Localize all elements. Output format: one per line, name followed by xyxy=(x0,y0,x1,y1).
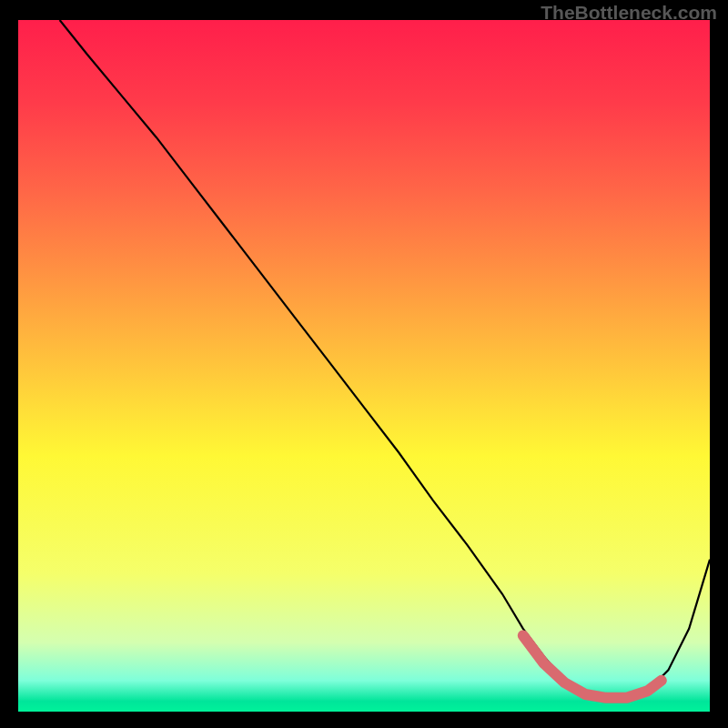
chart-background xyxy=(18,20,710,712)
bottleneck-chart xyxy=(18,20,710,712)
watermark-text: TheBottleneck.com xyxy=(541,2,717,24)
chart-frame xyxy=(18,20,710,712)
